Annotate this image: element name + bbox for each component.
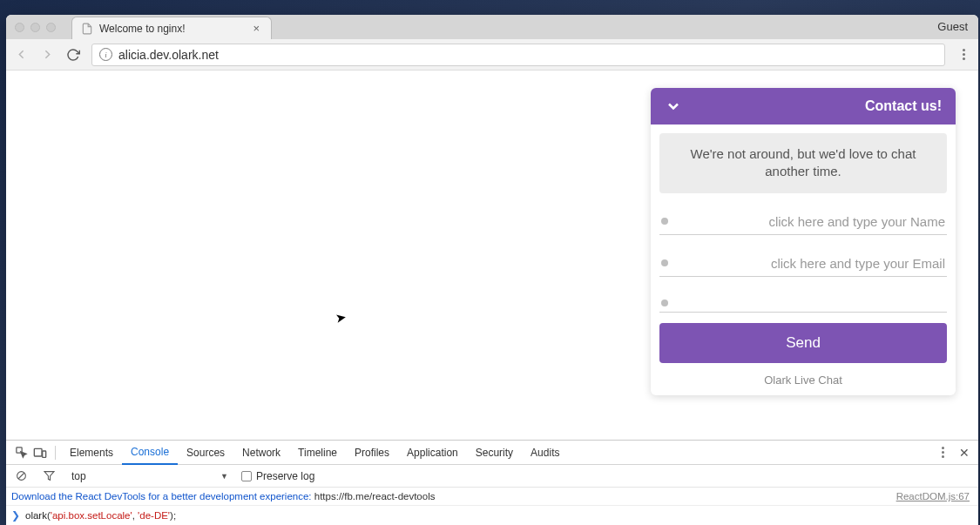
forward-button[interactable] (39, 47, 55, 63)
chat-footer[interactable]: Olark Live Chat (659, 363, 947, 387)
chevron-down-icon[interactable] (665, 98, 682, 115)
page-content: ➤ Contact us! We're not around, but we'd… (6, 71, 978, 440)
clear-console-icon[interactable] (11, 468, 30, 485)
browser-toolbar: i alicia.dev.olark.net (6, 39, 978, 71)
log-message: Download the React DevTools for a better… (11, 491, 896, 501)
svg-rect-2 (43, 451, 46, 457)
svg-marker-5 (44, 472, 54, 481)
console-input-text: olark('api.box.setLocale', 'de-DE'); (25, 510, 176, 521)
window-controls (6, 15, 64, 39)
dropdown-triangle-icon: ▼ (220, 472, 228, 481)
required-dot-icon (661, 218, 668, 225)
email-field[interactable] (659, 247, 947, 277)
device-toolbar-icon[interactable] (30, 444, 50, 461)
close-tab-icon[interactable]: × (250, 22, 262, 35)
tab-strip: Welcome to nginx! × Guest (6, 15, 978, 39)
browser-tab[interactable]: Welcome to nginx! × (71, 17, 272, 39)
name-input[interactable] (677, 214, 945, 229)
url-text: alicia.dev.olark.net (118, 48, 219, 62)
name-field[interactable] (659, 205, 947, 235)
filter-icon[interactable] (39, 468, 58, 485)
required-dot-icon (661, 300, 668, 306)
message-field[interactable] (659, 289, 947, 313)
browser-window: Welcome to nginx! × Guest i alicia.dev.o… (6, 15, 978, 525)
send-button[interactable]: Send (659, 323, 947, 363)
chat-body: We're not around, but we'd love to chat … (651, 125, 956, 395)
checkbox-icon (241, 471, 252, 481)
tab-timeline[interactable]: Timeline (289, 441, 346, 465)
tab-profiles[interactable]: Profiles (346, 441, 398, 465)
console-input-row[interactable]: ❯ olark('api.box.setLocale', 'de-DE'); (6, 506, 978, 525)
close-window-icon[interactable] (15, 23, 24, 32)
tab-audits[interactable]: Audits (522, 441, 568, 465)
tab-application[interactable]: Application (398, 441, 467, 465)
chat-header[interactable]: Contact us! (651, 88, 956, 125)
svg-line-4 (18, 473, 24, 479)
tab-sources[interactable]: Sources (178, 441, 233, 465)
chat-widget: Contact us! We're not around, but we'd l… (651, 88, 956, 395)
devtools-menu-icon[interactable] (935, 447, 950, 458)
console-toolbar: top ▼ Preserve log (6, 465, 978, 488)
chat-title: Contact us! (865, 98, 942, 114)
minimize-window-icon[interactable] (30, 23, 40, 32)
close-devtools-icon[interactable]: ✕ (956, 446, 973, 460)
console-log-row: Download the React DevTools for a better… (6, 488, 978, 506)
devtools-tabs: Elements Console Sources Network Timelin… (6, 441, 978, 465)
tab-network[interactable]: Network (233, 441, 289, 465)
cursor-icon: ➤ (335, 309, 348, 326)
site-info-icon[interactable]: i (99, 48, 112, 61)
preserve-log-label: Preserve log (256, 470, 314, 482)
document-icon (81, 23, 93, 35)
inspect-element-icon[interactable] (11, 444, 30, 461)
tab-elements[interactable]: Elements (61, 441, 122, 465)
required-dot-icon (661, 259, 668, 266)
away-message: We're not around, but we'd love to chat … (659, 133, 947, 193)
tab-console[interactable]: Console (122, 441, 178, 465)
devtools-panel: Elements Console Sources Network Timelin… (6, 440, 978, 525)
prompt-icon: ❯ (11, 509, 20, 522)
profile-label[interactable]: Guest (937, 20, 968, 33)
email-input[interactable] (677, 256, 945, 271)
svg-rect-1 (34, 448, 42, 456)
context-selector[interactable]: top ▼ (67, 468, 233, 484)
address-bar[interactable]: i alicia.dev.olark.net (91, 44, 945, 66)
tab-title: Welcome to nginx! (99, 23, 186, 35)
browser-menu-button[interactable] (956, 49, 971, 60)
back-button[interactable] (13, 47, 29, 63)
reload-button[interactable] (65, 47, 81, 63)
maximize-window-icon[interactable] (46, 23, 56, 32)
log-source-link[interactable]: ReactDOM.js:67 (896, 491, 973, 501)
context-label: top (71, 470, 86, 482)
tab-security[interactable]: Security (467, 441, 522, 465)
separator (55, 446, 56, 460)
preserve-log-checkbox[interactable]: Preserve log (241, 470, 314, 482)
